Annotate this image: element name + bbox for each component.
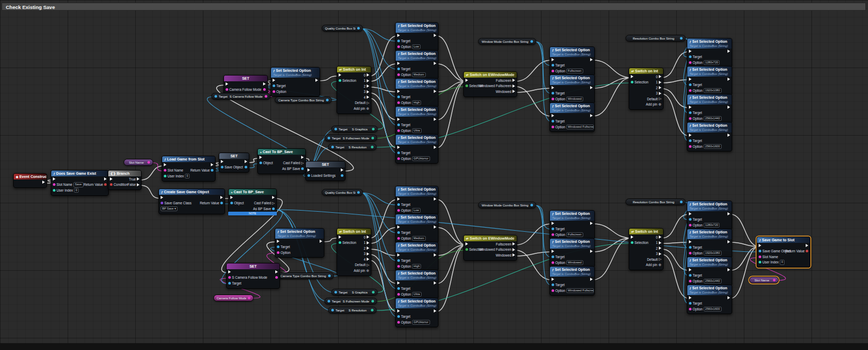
- windowed-fullscreen-row[interactable]: Windowed Fullscreen: [478, 83, 517, 89]
- exec-pin[interactable]: [397, 197, 400, 201]
- option-row[interactable]: OptionFullscreen: [550, 232, 585, 238]
- sso-quality-high-top[interactable]: ƒSet Selected OptionTarget is ComboBox (…: [395, 78, 438, 108]
- output-pin[interactable]: [248, 297, 250, 299]
- option-row[interactable]: OptionWindowed Fullscreen: [550, 288, 595, 294]
- blueprint-canvas[interactable]: Check Existing Save ◆Event ConstructƒDoe…: [0, 0, 868, 350]
- 4-pin[interactable]: [367, 96, 369, 99]
- option-row[interactable]: Option1920x1080: [687, 88, 723, 93]
- sso-res-2560x1440-top[interactable]: ƒSet Selected OptionTarget is ComboBox (…: [687, 94, 732, 124]
- load-game-from-slot[interactable]: ƒLoad Game from SlotSlot NameUser Index0…: [162, 156, 216, 182]
- target-pin[interactable]: [273, 84, 275, 87]
- option-row[interactable]: OptionUltra: [396, 128, 423, 134]
- sso-quality-high-bottom[interactable]: ƒSet Selected OptionTarget is ComboBox (…: [395, 242, 438, 271]
- add-pin-row[interactable]: Add pin⊕: [644, 262, 663, 268]
- output-pin[interactable]: [371, 300, 374, 302]
- switch-on-ewindowmode-bottom[interactable]: ⇄Switch on EWindowModeSelectionFullscree…: [463, 235, 517, 261]
- exec-pin[interactable]: [465, 242, 468, 245]
- target-row[interactable]: Target: [396, 314, 432, 320]
- exec-row[interactable]: [432, 33, 438, 39]
- 0-pin[interactable]: [659, 75, 661, 78]
- exec-row[interactable]: [189, 162, 215, 168]
- exec-row[interactable]: [432, 224, 438, 230]
- exec-row[interactable]: [432, 145, 438, 150]
- exec-pin[interactable]: [221, 160, 223, 163]
- switch-on-int-quality-top[interactable]: ⇄Switch on IntSelection01234Default▷Add …: [337, 66, 371, 114]
- option-value[interactable]: Low: [412, 44, 421, 50]
- 3-pin[interactable]: [659, 92, 661, 95]
- exec-row[interactable]: [396, 33, 422, 39]
- 2-pin[interactable]: [367, 84, 369, 88]
- false-row[interactable]: False: [126, 182, 141, 188]
- target-pin[interactable]: [397, 315, 400, 318]
- exec-pin[interactable]: [307, 168, 310, 172]
- target-row[interactable]: Target: [396, 202, 422, 208]
- exec-row[interactable]: [726, 239, 732, 245]
- exec-row[interactable]: [51, 176, 85, 182]
- exec-pin[interactable]: [590, 86, 593, 89]
- option-value[interactable]: Fullscreen: [566, 69, 583, 74]
- target-s-graphics-bottom[interactable]: TargetS Graphics: [331, 289, 378, 296]
- sso-res-2560x1600-bottom[interactable]: ƒSet Selected OptionTarget is ComboBox (…: [687, 285, 732, 314]
- 4-row[interactable]: 4: [352, 257, 371, 262]
- exec-pin[interactable]: [110, 177, 113, 181]
- cast-failed-pin[interactable]: ▷: [301, 162, 304, 165]
- user-index-pin[interactable]: [53, 189, 55, 192]
- add-pin-pin[interactable]: ⊕: [366, 107, 369, 110]
- exec-pin[interactable]: [806, 244, 808, 247]
- exec-pin[interactable]: [53, 177, 55, 181]
- add-pin-pin[interactable]: ⊕: [366, 269, 369, 272]
- target-pin[interactable]: [689, 274, 692, 277]
- 1-row[interactable]: 1: [352, 78, 371, 84]
- output-pin[interactable]: [372, 128, 375, 130]
- target-pin[interactable]: [334, 128, 337, 130]
- target-row[interactable]: Target: [550, 226, 585, 232]
- windowed-pin[interactable]: [512, 90, 515, 93]
- option-row[interactable]: Option: [275, 250, 292, 256]
- 2-pin[interactable]: [659, 86, 661, 89]
- target-row[interactable]: Target: [227, 280, 269, 286]
- option-pin[interactable]: [689, 117, 692, 120]
- exec-row[interactable]: [550, 249, 585, 254]
- exec-row[interactable]: [396, 280, 423, 286]
- quality-combo-getter-top[interactable]: Quality Combo Box String: [322, 25, 363, 32]
- add-pin-row[interactable]: Add pin⊕: [644, 102, 663, 108]
- exec-row[interactable]: [589, 277, 594, 282]
- output-pin[interactable]: [371, 309, 374, 311]
- 4-row[interactable]: 4: [352, 94, 371, 100]
- option-value[interactable]: 2560x1440: [704, 279, 722, 284]
- exec-row[interactable]: [687, 267, 723, 273]
- default-pin[interactable]: ▷: [367, 101, 369, 105]
- object-row[interactable]: Object: [258, 160, 274, 166]
- exec-row[interactable]: [687, 49, 721, 54]
- exec-row[interactable]: [783, 243, 810, 249]
- option-pin[interactable]: [689, 280, 692, 282]
- option-value[interactable]: Fullscreen: [566, 232, 583, 238]
- exec-row[interactable]: [339, 167, 345, 173]
- exec-pin[interactable]: [397, 90, 400, 93]
- target-row[interactable]: Target: [687, 217, 721, 223]
- default-row[interactable]: Default▷: [352, 262, 371, 268]
- exec-row[interactable]: [687, 105, 723, 110]
- target-row[interactable]: Target: [687, 110, 723, 116]
- option-pin[interactable]: [397, 265, 400, 268]
- default-pin[interactable]: ▷: [659, 97, 661, 100]
- target-pin[interactable]: [689, 218, 692, 221]
- exec-row[interactable]: [432, 117, 438, 122]
- target-row[interactable]: Target: [396, 39, 422, 44]
- exec-pin[interactable]: [434, 62, 436, 65]
- exec-pin[interactable]: [397, 118, 400, 121]
- option-value[interactable]: 2560x1440: [704, 116, 722, 121]
- option-value[interactable]: Windowed Fullscreen: [566, 125, 594, 130]
- option-pin[interactable]: [689, 145, 692, 148]
- target-pin[interactable]: [397, 96, 400, 98]
- graph-comment-title[interactable]: Check Existing Save: [2, 3, 866, 11]
- exec-row[interactable]: [726, 105, 732, 110]
- set-s-camera-follow-mode[interactable]: SETS Camera Follow ModeTarget: [226, 263, 280, 289]
- exec-pin[interactable]: [104, 177, 107, 181]
- slot-name-getter-bottom[interactable]: Slot Name: [749, 277, 779, 283]
- resolution-combo-getter-top[interactable]: Resolution Combo Box String: [626, 35, 686, 42]
- return-value-row[interactable]: Return Value: [189, 168, 215, 174]
- exec-pin[interactable]: [164, 163, 166, 166]
- exec-pin[interactable]: [631, 75, 633, 78]
- return-value-pin[interactable]: [220, 202, 223, 204]
